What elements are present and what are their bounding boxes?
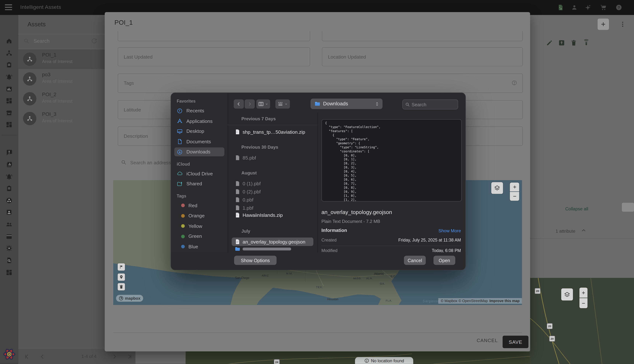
back-button[interactable] [234,99,244,108]
rail-groupwork-icon[interactable] [6,197,13,204]
map-zoom-in-button[interactable] [579,288,587,298]
rail-people-icon[interactable] [6,221,13,228]
upload-box-icon[interactable] [558,39,565,46]
rail-store-icon[interactable] [6,110,13,116]
location-updated-field[interactable]: Location Updated [322,47,523,66]
cart-icon[interactable] [600,4,607,11]
cancel-button[interactable]: CANCEL [476,336,499,346]
rail-photo-icon[interactable] [6,161,13,168]
asset-list-item[interactable]: POI_2Area of Interest [18,89,105,108]
last-icon[interactable] [126,354,133,360]
rail-bell-icon[interactable] [6,74,13,80]
user-icon[interactable] [571,4,578,11]
pencil-icon[interactable] [546,39,553,46]
first-page-icon[interactable] [24,354,30,360]
menu-icon[interactable] [5,4,12,10]
group-view-button[interactable] [275,99,290,108]
rail-webasset-icon[interactable] [6,233,13,240]
map-pin-tool[interactable] [118,273,125,280]
rail-dashboard-icon[interactable] [6,121,13,128]
map-zoom-in-button[interactable] [510,182,519,192]
map-layers-button[interactable] [561,288,573,301]
file-row[interactable]: HawaiinIslands.zip [232,211,313,220]
clipped-field-right[interactable] [322,31,523,41]
map-zoom-out-button[interactable] [579,298,587,308]
improve-map-link[interactable]: Improve this map [489,299,519,303]
sidebar-item-recents[interactable]: Recents [174,106,224,115]
chevron-up-icon[interactable] [581,228,586,233]
rail-dashboard-icon[interactable] [6,97,13,104]
refresh-icon[interactable] [91,38,97,44]
previous-page-icon[interactable] [39,354,46,360]
sidebar-item-applications[interactable]: Applications [174,116,224,126]
assets-search-input[interactable]: Search [18,34,105,49]
rail-chat-alert-icon[interactable] [6,149,13,156]
file-row[interactable]: 0 (2).pbf [232,187,313,196]
prev-icon[interactable] [39,354,46,360]
file-row[interactable]: shp_trans_tp…50aviation.zip [232,128,313,136]
kebab-menu-icon[interactable] [619,21,626,28]
forward-button[interactable] [245,99,255,108]
refresh-icon[interactable] [91,38,97,44]
map-delete-tool[interactable] [118,283,125,290]
sidebar-item-icloud-drive[interactable]: iCloud Drive [174,169,224,178]
column-view-button[interactable] [256,99,270,108]
edit-icon[interactable] [546,39,553,46]
sidebar-item-shared[interactable]: Shared [174,180,224,188]
next-icon[interactable] [111,354,118,360]
sidebar-item-green[interactable]: Green [174,232,224,241]
collapse-all-link[interactable]: Collapse all [565,206,588,211]
delete-icon[interactable] [570,39,577,46]
show-more-link[interactable]: Show More [322,228,461,233]
asset-list-item[interactable]: POI_3Area of Interest [18,109,105,128]
sidebar-item-documents[interactable]: Documents [174,137,224,146]
add-asset-button[interactable] [598,18,609,30]
sparkle-icon[interactable] [584,4,591,11]
location-dropdown[interactable]: Downloads [310,98,383,109]
sensor-icon[interactable] [583,39,590,46]
next-page-icon[interactable] [111,354,118,360]
attribution-text[interactable]: © Mapbox © OpenStreetMap [441,299,488,303]
trash-icon[interactable] [570,39,577,46]
rail-docsearch-icon[interactable] [6,257,13,264]
map-flag-tool[interactable] [118,264,125,270]
file-row[interactable]: 0 (1).pbf [232,180,313,188]
asset-list-item[interactable]: po3Area of Interest [18,69,105,89]
sidebar-item-desktop[interactable]: Desktop [174,127,224,136]
upload-icon[interactable] [558,39,565,46]
file-row-partial[interactable] [232,245,313,252]
tags-field[interactable]: Tags [118,74,523,93]
rail-bell-icon[interactable] [6,173,13,180]
dialog-open-button[interactable]: Open [433,256,455,265]
chev-up-icon[interactable] [581,228,586,233]
rail-clipboard-icon[interactable] [6,185,13,192]
map-layers-button[interactable] [491,182,503,194]
kebab-icon[interactable] [619,21,626,28]
sidebar-item-downloads[interactable]: Downloads [174,147,224,156]
question-icon[interactable] [512,80,517,86]
finder-search-input[interactable]: Search [402,99,458,110]
show-options-button[interactable]: Show Options [234,256,277,265]
first-icon[interactable] [24,354,30,360]
last-page-icon[interactable] [126,354,133,360]
sensor-icon[interactable] [583,39,590,46]
rail-hub-icon[interactable] [6,50,13,56]
rail-gear-icon[interactable] [6,245,13,252]
help-icon[interactable] [512,80,517,86]
dialog-cancel-button[interactable]: Cancel [404,256,426,265]
sidebar-item-orange[interactable]: Orange [174,211,224,220]
last-updated-field[interactable]: Last Updated [118,47,310,66]
map-zoom-out-button[interactable] [510,192,519,200]
rail-dashboard-icon[interactable] [6,269,13,276]
file-row[interactable]: 0.pbf [232,196,313,204]
help-icon[interactable]: ? [615,4,622,11]
sidebar-item-blue[interactable]: Blue [174,242,224,251]
rail-badge-icon[interactable] [6,209,13,216]
rail-chart-icon[interactable] [6,86,13,92]
rail-home-icon[interactable] [6,38,13,44]
rail-clipboard-icon[interactable] [6,61,13,68]
sidebar-item-red[interactable]: Red [174,201,224,210]
clipped-field-left[interactable] [118,31,310,41]
export-image-icon[interactable] [557,4,564,11]
sidebar-item-yellow[interactable]: Yellow [174,222,224,230]
